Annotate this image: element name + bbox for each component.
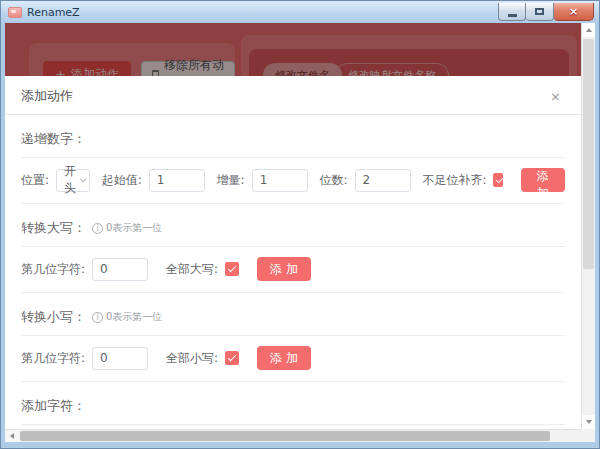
- scroll-up-button[interactable]: [582, 23, 595, 37]
- minimize-button[interactable]: [498, 3, 526, 21]
- modal-close-icon[interactable]: ×: [546, 88, 565, 105]
- app-window: RenameZ × + 添加动作 移除所有动作 修改文件名: [0, 0, 600, 449]
- divider: [21, 203, 565, 204]
- close-button[interactable]: ×: [554, 3, 594, 21]
- step-label: 增量:: [217, 172, 245, 189]
- scrollbar-corner: [581, 429, 595, 442]
- titlebar: RenameZ ×: [1, 1, 599, 23]
- arrow-left-icon: [10, 433, 14, 439]
- arrow-up-icon: [586, 28, 592, 32]
- modal-title: 添加动作: [21, 87, 73, 105]
- info-icon: i: [92, 223, 103, 234]
- scroll-left-button[interactable]: [5, 430, 19, 442]
- vertical-scrollbar[interactable]: [581, 23, 595, 429]
- lowercase-index-label: 第几位字符:: [21, 350, 85, 367]
- horizontal-scrollbar[interactable]: [5, 429, 581, 442]
- digits-label: 位数:: [319, 172, 347, 189]
- horizontal-scrollbar-thumb[interactable]: [20, 431, 550, 441]
- add-action-modal: 添加动作 × 递增数字： 位置: 开头 起始值: 增量:: [5, 76, 581, 429]
- pad-checkbox[interactable]: [493, 173, 502, 187]
- section-increment-title: 递增数字：: [21, 130, 565, 148]
- section-uppercase-title: 转换大写： i 0表示第一位: [21, 219, 565, 237]
- modal-header: 添加动作 ×: [5, 76, 581, 114]
- uppercase-hint: i 0表示第一位: [92, 221, 162, 235]
- section-lowercase-title: 转换小写： i 0表示第一位: [21, 308, 565, 326]
- window-title: RenameZ: [27, 6, 80, 19]
- vertical-scrollbar-thumb[interactable]: [583, 39, 594, 269]
- section-uppercase-title-text: 转换大写：: [21, 219, 86, 237]
- lowercase-all-checkbox[interactable]: [225, 351, 239, 365]
- client-area: + 添加动作 移除所有动作 修改文件名 修改映射文件名称 添加动作: [5, 23, 595, 442]
- arrow-down-icon: [586, 420, 592, 424]
- start-value-label: 起始值:: [102, 172, 142, 189]
- maximize-icon: [535, 8, 544, 15]
- uppercase-add-button[interactable]: 添 加: [257, 257, 311, 281]
- lowercase-form-row: 第几位字符: 全部小写: 添 加: [5, 336, 581, 381]
- chevron-down-icon: [80, 176, 86, 182]
- increment-form-row: 位置: 开头 起始值: 增量: 位数: 不足位补齐: 添 加: [5, 158, 581, 203]
- section-increment-title-text: 递增数字：: [21, 130, 86, 148]
- info-icon: i: [92, 312, 103, 323]
- app-logo-icon: [8, 7, 22, 18]
- divider: [21, 292, 565, 293]
- uppercase-index-label: 第几位字符:: [21, 261, 85, 278]
- maximize-button[interactable]: [526, 3, 554, 21]
- scroll-down-button[interactable]: [582, 415, 595, 429]
- pad-label: 不足位补齐:: [422, 172, 486, 189]
- minimize-icon: [508, 14, 517, 17]
- divider: [21, 381, 565, 382]
- lowercase-index-input[interactable]: [92, 347, 148, 370]
- lowercase-hint: i 0表示第一位: [92, 310, 162, 324]
- start-value-input[interactable]: [149, 169, 205, 192]
- position-select-value: 开头: [64, 163, 80, 197]
- lowercase-all-label: 全部小写:: [166, 350, 218, 367]
- uppercase-hint-text: 0表示第一位: [106, 221, 162, 235]
- step-input[interactable]: [252, 169, 308, 192]
- section-addchars-title-text: 添加字符：: [21, 397, 86, 415]
- close-icon: ×: [569, 6, 578, 17]
- window-controls: ×: [498, 3, 594, 21]
- uppercase-all-checkbox[interactable]: [225, 262, 239, 276]
- uppercase-form-row: 第几位字符: 全部大写: 添 加: [5, 247, 581, 292]
- header-divider: [5, 114, 581, 115]
- digits-input[interactable]: [355, 169, 411, 192]
- uppercase-index-input[interactable]: [92, 258, 148, 281]
- section-lowercase-title-text: 转换小写：: [21, 308, 86, 326]
- position-label: 位置:: [21, 172, 49, 189]
- section-addchars-title: 添加字符：: [21, 397, 565, 415]
- uppercase-all-label: 全部大写:: [166, 261, 218, 278]
- position-select[interactable]: 开头: [56, 169, 90, 192]
- lowercase-hint-text: 0表示第一位: [106, 310, 162, 324]
- increment-add-button[interactable]: 添 加: [521, 168, 565, 192]
- lowercase-add-button[interactable]: 添 加: [257, 346, 311, 370]
